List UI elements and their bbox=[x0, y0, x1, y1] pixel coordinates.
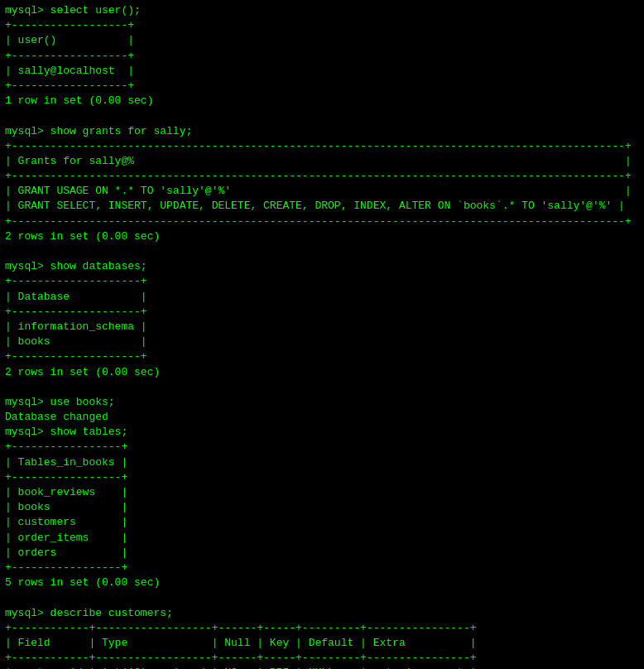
terminal-output: mysql> select user(); +-----------------… bbox=[5, 3, 639, 669]
terminal-window: mysql> select user(); +-----------------… bbox=[5, 3, 639, 669]
